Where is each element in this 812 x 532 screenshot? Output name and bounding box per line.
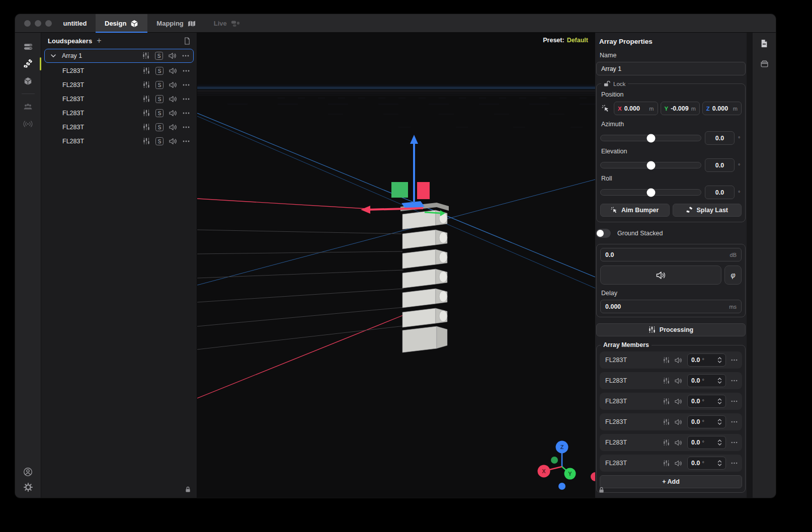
add-member-button[interactable]: + Add xyxy=(600,475,742,488)
y-axis-handle[interactable] xyxy=(425,212,441,213)
processing-sliders-icon[interactable] xyxy=(663,398,670,405)
loudspeaker-row[interactable]: FL283T S xyxy=(44,78,194,92)
zoom-button[interactable] xyxy=(45,20,52,27)
more-options-icon[interactable] xyxy=(183,98,190,100)
processing-sliders-icon[interactable] xyxy=(663,419,670,425)
tab-mapping[interactable]: Mapping xyxy=(147,14,204,33)
loudspeaker-row[interactable]: FL283T S xyxy=(44,135,194,148)
speaker-mute-icon[interactable] xyxy=(675,378,682,384)
splay-angle-stepper[interactable]: 0.0° xyxy=(687,374,726,387)
position-y-field[interactable]: Y -0.009 m xyxy=(661,102,700,115)
processing-sliders-icon[interactable] xyxy=(143,81,150,88)
position-x-field[interactable]: X 0.000 m xyxy=(614,102,658,115)
roll-slider-knob[interactable] xyxy=(646,188,655,197)
phase-invert-button[interactable]: φ xyxy=(724,265,742,285)
azimuth-value[interactable]: 0.0 xyxy=(705,131,735,145)
member-row[interactable]: FL283T 0.0° xyxy=(600,434,742,451)
handle-green[interactable] xyxy=(391,182,408,198)
more-options-icon[interactable] xyxy=(183,112,190,114)
more-options-icon[interactable] xyxy=(731,462,738,464)
processing-sliders-icon[interactable] xyxy=(663,439,670,446)
handle-red[interactable] xyxy=(417,182,430,199)
member-row[interactable]: FL283T 0.0° xyxy=(600,455,742,472)
more-options-icon[interactable] xyxy=(731,359,738,361)
solo-button[interactable]: S xyxy=(155,123,164,131)
speaker-mute-icon[interactable] xyxy=(169,110,177,117)
loudspeaker-row[interactable]: FL283T S xyxy=(44,64,194,77)
azimuth-slider-knob[interactable] xyxy=(646,134,655,142)
more-options-icon[interactable] xyxy=(183,126,190,128)
stepper-chevrons-icon[interactable] xyxy=(717,357,722,364)
processing-sliders-icon[interactable] xyxy=(143,67,150,74)
archive-icon[interactable] xyxy=(757,57,772,70)
mute-button[interactable] xyxy=(600,265,721,285)
speaker-mute-icon[interactable] xyxy=(675,398,682,405)
more-options-icon[interactable] xyxy=(183,84,190,86)
roll-slider[interactable] xyxy=(600,189,701,196)
solo-button[interactable]: S xyxy=(155,81,164,89)
name-field[interactable] xyxy=(596,62,746,75)
processing-sliders-icon[interactable] xyxy=(663,378,670,384)
unlock-icon[interactable] xyxy=(604,80,610,87)
stepper-chevrons-icon[interactable] xyxy=(717,418,722,425)
amplifiers-icon[interactable] xyxy=(15,39,41,54)
processing-sliders-icon[interactable] xyxy=(143,96,150,103)
speaker-mute-icon[interactable] xyxy=(675,439,682,446)
solo-button[interactable]: S xyxy=(155,109,164,117)
more-options-icon[interactable] xyxy=(183,140,190,142)
elevation-slider-knob[interactable] xyxy=(646,161,655,169)
splay-angle-stepper[interactable]: 0.0° xyxy=(687,395,726,408)
processing-sliders-icon[interactable] xyxy=(663,357,670,364)
processing-sliders-icon[interactable] xyxy=(142,52,149,59)
pick-position-icon[interactable] xyxy=(600,105,611,113)
splay-angle-stepper[interactable]: 0.0° xyxy=(687,457,726,470)
speaker-mute-icon[interactable] xyxy=(169,81,177,88)
audience-icon[interactable] xyxy=(15,99,41,114)
preset-indicator[interactable]: Preset:Default xyxy=(538,37,588,44)
solo-button[interactable]: S xyxy=(155,52,163,60)
solo-button[interactable]: S xyxy=(155,137,164,145)
speaker-mute-icon[interactable] xyxy=(169,124,177,131)
loudspeaker-row[interactable]: FL283T S xyxy=(44,121,194,134)
more-options-icon[interactable] xyxy=(183,70,190,72)
ground-stacked-toggle[interactable] xyxy=(596,229,611,238)
splay-angle-stepper[interactable]: 0.0° xyxy=(687,353,726,367)
loudspeaker-row[interactable]: FL283T S xyxy=(44,93,194,106)
more-options-icon[interactable] xyxy=(182,55,189,57)
stepper-chevrons-icon[interactable] xyxy=(717,439,722,446)
elevation-slider[interactable] xyxy=(600,162,701,168)
stepper-chevrons-icon[interactable] xyxy=(717,398,722,405)
loudspeaker-row[interactable]: FL283T S xyxy=(44,107,194,120)
account-icon[interactable] xyxy=(23,467,33,477)
roll-value[interactable]: 0.0 xyxy=(705,186,735,199)
speaker-mute-icon[interactable] xyxy=(169,52,177,59)
broadcast-icon[interactable] xyxy=(15,116,41,131)
orientation-gizmo[interactable]: Z X Y xyxy=(538,441,596,490)
viewport-3d[interactable]: Z X Y Preset:Default xyxy=(197,33,595,498)
solo-button[interactable]: S xyxy=(155,67,164,75)
gain-field[interactable]: 0.0 dB xyxy=(600,248,742,261)
more-options-icon[interactable] xyxy=(731,400,738,402)
member-row[interactable]: FL283T 0.0° xyxy=(600,393,742,410)
stepper-chevrons-icon[interactable] xyxy=(717,460,722,467)
array-row[interactable]: Array 1 S xyxy=(44,49,194,63)
speaker-mute-icon[interactable] xyxy=(169,67,177,74)
loudspeaker-array-icon[interactable] xyxy=(15,56,41,71)
member-row[interactable]: FL283T 0.0° xyxy=(600,372,742,389)
processing-button[interactable]: Processing xyxy=(596,323,746,336)
more-options-icon[interactable] xyxy=(731,421,738,423)
document-icon[interactable] xyxy=(757,37,772,50)
toggle-knob[interactable] xyxy=(597,230,604,237)
speaker-mute-icon[interactable] xyxy=(675,460,682,467)
chevron-down-icon[interactable] xyxy=(51,54,56,57)
speaker-mute-icon[interactable] xyxy=(169,138,177,145)
solo-button[interactable]: S xyxy=(155,95,164,103)
aim-bumper-button[interactable]: Aim Bumper xyxy=(600,204,670,217)
tab-design[interactable]: Design xyxy=(96,14,147,33)
splay-angle-stepper[interactable]: 0.0° xyxy=(687,415,726,428)
scene-canvas[interactable]: Z X Y xyxy=(197,33,595,498)
splay-angle-stepper[interactable]: 0.0° xyxy=(687,436,726,449)
panel-lock-icon[interactable] xyxy=(185,486,191,493)
name-input[interactable] xyxy=(601,65,741,72)
processing-sliders-icon[interactable] xyxy=(143,110,150,117)
